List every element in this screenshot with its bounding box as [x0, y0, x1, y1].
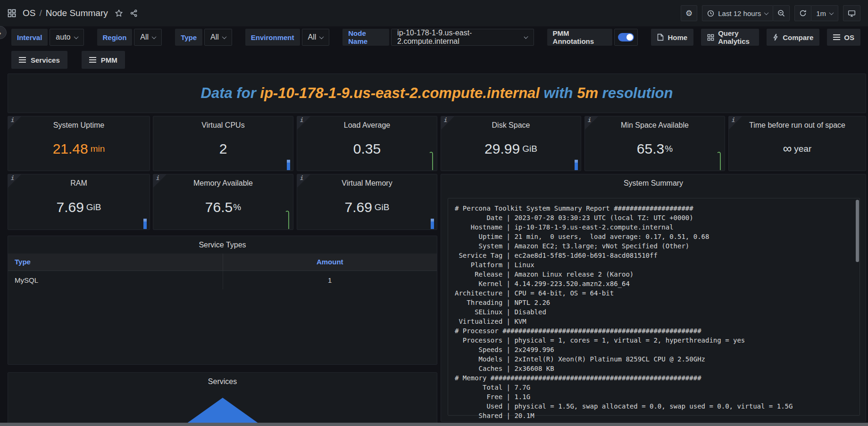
dashboard-settings-button[interactable]: ⚙ — [681, 5, 697, 21]
panel-title[interactable]: System Uptime — [8, 116, 150, 130]
os-label: OS — [844, 33, 854, 41]
stat-value: 65.3 — [637, 141, 664, 157]
refresh-interval-picker[interactable]: 1m — [811, 5, 838, 21]
panel-title[interactable]: Disk Space — [441, 116, 581, 130]
panel-title[interactable]: Min Space Available — [585, 116, 725, 130]
filter-interval: Interval auto — [11, 29, 84, 46]
info-icon[interactable]: i — [585, 116, 598, 130]
panel-title[interactable]: Services — [8, 373, 437, 386]
panel-title[interactable]: Virtual CPUs — [153, 116, 293, 130]
filter-toolbar: Interval auto Region All Type All Enviro… — [0, 27, 868, 47]
panel-title[interactable]: Time before run out of space — [729, 116, 866, 130]
column-header-type[interactable]: Type — [8, 254, 223, 270]
time-range-picker[interactable]: Last 12 hours — [702, 5, 773, 21]
services-menu-button[interactable]: Services — [11, 51, 67, 69]
panel-title[interactable]: Virtual Memory — [297, 174, 437, 188]
home-button[interactable]: Home — [651, 29, 693, 46]
refresh-icon — [799, 9, 807, 17]
zoom-out-time-button[interactable] — [773, 5, 790, 21]
stat-unit: GiB — [522, 144, 537, 154]
stat-panel-load-average: i Load Average 0.35 — [297, 116, 437, 171]
stat-panel-time-before-out-of-space: i Time before run out of space ∞year — [728, 116, 866, 171]
compare-button[interactable]: Compare — [767, 29, 819, 46]
horizontal-scrollbar[interactable] — [0, 423, 868, 426]
info-letter: i — [300, 175, 303, 181]
region-select[interactable]: All — [134, 29, 162, 46]
stat-panel-memory-available: i Memory Available 76.5% — [153, 174, 293, 230]
menu-bars-icon — [833, 37, 840, 38]
service-types-panel: Service Types Type Amount MySQL 1 — [8, 236, 437, 365]
chevron-down-icon — [829, 10, 834, 15]
info-icon[interactable]: i — [297, 174, 310, 188]
info-icon[interactable]: i — [8, 174, 21, 188]
refresh-button[interactable] — [794, 5, 811, 21]
banner-text: Data for ip-10-178-1-9.us-east-2.compute… — [201, 85, 673, 102]
region-label: Region — [97, 29, 133, 46]
stat-value: 0.35 — [353, 141, 381, 157]
query-analytics-button[interactable]: Query Analytics — [701, 29, 759, 46]
info-icon[interactable]: i — [441, 116, 454, 130]
top-nav: OS / Node Summary ⚙ — [0, 0, 868, 26]
chevron-down-icon — [74, 34, 78, 39]
share-icon[interactable] — [130, 9, 138, 17]
filter-type: Type All — [175, 29, 232, 46]
breadcrumb-app[interactable]: OS — [23, 8, 35, 18]
pie-chart-slice[interactable] — [183, 398, 262, 426]
info-icon[interactable]: i — [729, 116, 742, 130]
sparkline-graph — [428, 150, 435, 170]
system-summary-panel: System Summary # Percona Toolkit System … — [441, 174, 866, 422]
stat-panel-virtual-cpus: Virtual CPUs 2 — [153, 116, 293, 171]
info-icon[interactable]: i — [8, 116, 21, 130]
environment-select[interactable]: All — [302, 29, 330, 46]
time-range-label: Last 12 hours — [718, 9, 761, 17]
info-icon[interactable]: i — [153, 174, 167, 188]
panel-title[interactable]: RAM — [8, 174, 150, 188]
stat-panel-disk-space: i Disk Space 29.99GiB — [441, 116, 581, 171]
pmm-annotations-label: PMM Annotations — [547, 29, 612, 46]
star-icon[interactable] — [115, 9, 123, 17]
breadcrumb: OS / Node Summary — [23, 8, 108, 18]
dashboard-links-row: Services PMM — [0, 51, 125, 69]
os-menu-button[interactable]: OS — [827, 29, 860, 46]
pmm-menu-label: PMM — [101, 56, 117, 64]
pmm-menu-button[interactable]: PMM — [82, 51, 125, 69]
panel-title[interactable]: Load Average — [297, 116, 437, 130]
stat-value: ∞ — [783, 141, 792, 156]
node-name-value: ip-10-178-1-9.us-east-2.compute.internal — [397, 29, 521, 46]
info-icon[interactable]: i — [297, 116, 310, 130]
info-letter: i — [300, 117, 303, 123]
document-icon — [657, 33, 664, 41]
apps-grid-icon[interactable] — [8, 9, 16, 17]
filter-environment: Environment All — [245, 29, 329, 46]
stat-unit: % — [665, 144, 673, 154]
service-types-table: Type Amount MySQL 1 — [8, 254, 437, 289]
breadcrumb-separator: / — [39, 8, 42, 18]
info-letter: i — [444, 117, 447, 123]
info-letter: i — [11, 175, 14, 181]
stat-panel-min-space-available: i Min Space Available 65.3% — [584, 116, 725, 171]
chevron-down-icon — [524, 34, 528, 39]
cell-amount: 1 — [223, 270, 437, 289]
panel-title[interactable]: Memory Available — [153, 174, 293, 188]
banner-panel: Data for ip-10-178-1-9.us-east-2.compute… — [8, 74, 866, 113]
stat-unit: min — [91, 144, 105, 154]
vertical-scrollbar-thumb[interactable] — [856, 200, 859, 262]
pmm-annotations-toggle[interactable] — [614, 29, 638, 46]
info-letter: i — [156, 175, 159, 181]
kiosk-mode-button[interactable] — [843, 5, 860, 21]
stat-unit: GiB — [86, 202, 101, 213]
sparkline-bar — [287, 160, 290, 170]
banner-hostname: ip-10-178-1-9.us-east-2.compute.internal — [260, 85, 540, 101]
stat-panel-system-uptime: i System Uptime 21.48min — [8, 116, 150, 171]
stat-value: 7.69 — [344, 199, 372, 215]
interval-select[interactable]: auto — [50, 29, 83, 46]
panel-title[interactable]: Service Types — [8, 236, 437, 249]
breadcrumb-page[interactable]: Node Summary — [46, 8, 108, 18]
services-menu-label: Services — [31, 56, 60, 64]
panel-title[interactable]: System Summary — [441, 174, 866, 188]
type-select[interactable]: All — [204, 29, 232, 46]
stat-value: 21.48 — [53, 141, 88, 157]
column-header-amount[interactable]: Amount — [223, 254, 437, 270]
node-name-select[interactable]: ip-10-178-1-9.us-east-2.compute.internal — [391, 29, 534, 46]
sparkline-bar — [143, 219, 147, 229]
